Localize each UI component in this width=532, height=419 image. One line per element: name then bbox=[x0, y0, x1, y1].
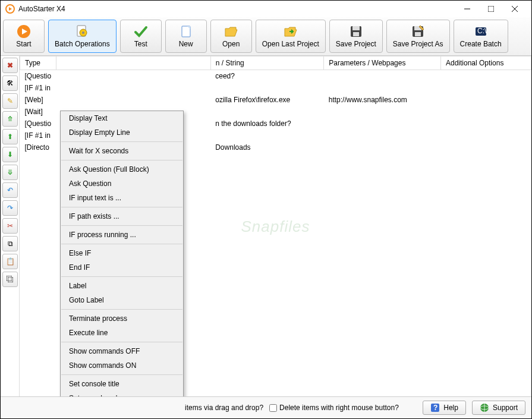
menu-item[interactable]: Else IF bbox=[61, 246, 183, 260]
toolbar-label: Open Last Project bbox=[262, 40, 319, 48]
table-cell bbox=[440, 106, 531, 118]
scissors-icon: ✂ bbox=[7, 222, 13, 230]
table-cell bbox=[440, 70, 531, 82]
menu-item[interactable]: Terminate process bbox=[61, 311, 183, 326]
undo-icon: ↶ bbox=[7, 186, 13, 194]
menu-item[interactable]: IF process running ... bbox=[61, 228, 183, 242]
table-cell: ozilla Firefox\firefox.exe bbox=[210, 94, 324, 106]
svg-rect-3 bbox=[488, 6, 494, 12]
table-row[interactable]: [IF #1 in bbox=[20, 82, 531, 94]
menu-separator bbox=[61, 276, 182, 277]
toolbar-label: Batch Operations bbox=[55, 40, 110, 48]
cut-button[interactable]: ✂ bbox=[2, 218, 18, 234]
toolbar-label: Start bbox=[16, 40, 31, 48]
duplicate-icon: ⿻ bbox=[7, 275, 14, 283]
paste-button[interactable]: 📋 bbox=[2, 254, 18, 269]
menu-item[interactable]: Wait for X seconds bbox=[61, 144, 183, 158]
gear-document-icon bbox=[75, 24, 89, 39]
table-cell bbox=[440, 130, 531, 141]
redo-button[interactable]: ↷ bbox=[2, 200, 18, 216]
close-button[interactable] bbox=[503, 2, 527, 16]
menu-item[interactable]: Set console title bbox=[61, 377, 183, 391]
table-cell bbox=[440, 118, 531, 130]
move-top-button[interactable]: ⤊ bbox=[2, 111, 18, 127]
table-cell: [IF #1 in bbox=[20, 82, 56, 94]
table-cell bbox=[324, 70, 441, 82]
double-arrow-down-icon: ⤋ bbox=[7, 168, 13, 177]
menu-separator bbox=[61, 374, 182, 375]
table-cell bbox=[324, 106, 441, 118]
maximize-button[interactable] bbox=[479, 2, 503, 16]
copy-button[interactable]: ⧉ bbox=[2, 236, 18, 251]
menu-separator bbox=[61, 207, 182, 207]
menu-separator bbox=[61, 244, 182, 244]
move-up-button[interactable]: ⬆ bbox=[2, 129, 18, 144]
button-label: Help bbox=[443, 404, 458, 412]
support-button[interactable]: Support bbox=[472, 401, 525, 415]
edit-button[interactable]: ✎ bbox=[2, 93, 18, 109]
move-bottom-button[interactable]: ⤋ bbox=[2, 165, 18, 180]
delete-rmb-checkbox[interactable] bbox=[269, 404, 277, 412]
menu-item[interactable]: Display Empty Line bbox=[61, 125, 183, 140]
table-cell: http://www.snapfiles.com bbox=[324, 94, 441, 106]
menu-item[interactable]: Show commands ON bbox=[61, 358, 183, 373]
table-cell bbox=[324, 82, 441, 94]
menu-separator bbox=[61, 225, 182, 226]
batch-operations-menu: Display TextDisplay Empty LineWait for X… bbox=[60, 111, 184, 396]
batch-operations-button[interactable]: Batch Operations bbox=[48, 20, 117, 53]
menu-item[interactable]: Show commands OFF bbox=[61, 344, 183, 358]
toolbar-label: Test bbox=[134, 40, 147, 48]
option-label: Delete items with right mouse button? bbox=[279, 404, 399, 412]
open-button[interactable]: Open bbox=[210, 20, 252, 53]
menu-item[interactable]: Display Text bbox=[61, 111, 183, 125]
col-params[interactable]: Parameters / Webpages bbox=[324, 56, 441, 70]
tool-button[interactable]: 🛠 bbox=[2, 75, 18, 91]
table-row[interactable]: [Questioceed? bbox=[20, 70, 531, 82]
arrow-down-icon: ⬇ bbox=[7, 150, 13, 159]
table-cell bbox=[440, 94, 531, 106]
move-down-button[interactable]: ⬇ bbox=[2, 147, 18, 162]
menu-item[interactable]: Ask Question (Full Block) bbox=[61, 162, 183, 177]
delete-rmb-option[interactable]: Delete items with right mouse button? bbox=[269, 404, 399, 412]
menu-item[interactable]: End IF bbox=[61, 260, 183, 275]
copy-icon: ⧉ bbox=[8, 240, 13, 248]
save-project-button[interactable]: Save Project bbox=[329, 20, 383, 53]
col-string[interactable]: n / String bbox=[210, 56, 324, 70]
table-cell: [IF #1 in bbox=[20, 130, 56, 141]
menu-item[interactable]: Ask Question bbox=[61, 177, 183, 191]
move-drag-option[interactable]: items via drag and drop? bbox=[185, 404, 263, 412]
toolbar-label: New bbox=[179, 40, 193, 48]
test-button[interactable]: Test bbox=[120, 20, 162, 53]
menu-item[interactable]: IF input text is ... bbox=[61, 191, 183, 205]
open-last-project-button[interactable]: Open Last Project bbox=[256, 20, 326, 53]
menu-item[interactable]: Label bbox=[61, 279, 183, 293]
create-batch-button[interactable]: C:\ Create Batch bbox=[454, 20, 508, 53]
minimize-button[interactable] bbox=[455, 2, 479, 16]
undo-button[interactable]: ↶ bbox=[2, 182, 18, 198]
table-cell bbox=[440, 82, 531, 94]
red-x-icon: ✖ bbox=[7, 61, 13, 70]
watermark: Snapfiles bbox=[241, 217, 310, 235]
col-type[interactable]: Type bbox=[20, 56, 56, 70]
terminal-icon: C:\ bbox=[474, 24, 488, 39]
menu-item[interactable]: IF path exists ... bbox=[61, 209, 183, 223]
delete-button[interactable]: ✖ bbox=[2, 58, 18, 73]
table-cell bbox=[210, 82, 324, 94]
start-button[interactable]: Start bbox=[3, 20, 45, 53]
col-options[interactable]: Additional Options bbox=[440, 56, 531, 70]
toolbar-label: Save Project bbox=[336, 40, 376, 48]
button-label: Support bbox=[493, 404, 518, 412]
menu-item[interactable]: Set console colors bbox=[61, 391, 183, 396]
hammer-wrench-icon: 🛠 bbox=[7, 79, 14, 87]
new-button[interactable]: New bbox=[165, 20, 207, 53]
table-row[interactable]: [Web]ozilla Firefox\firefox.exehttp://ww… bbox=[20, 94, 531, 106]
duplicate-button[interactable]: ⿻ bbox=[2, 272, 18, 287]
save-project-as-button[interactable]: Save Project As bbox=[386, 20, 450, 53]
toolbar-label: Open bbox=[222, 40, 240, 48]
table-cell: [Questio bbox=[20, 118, 56, 130]
main-toolbar: Start Batch Operations Test New Open Ope… bbox=[1, 17, 531, 56]
menu-item[interactable]: Goto Label bbox=[61, 293, 183, 307]
table-cell: [Directo bbox=[20, 141, 56, 153]
menu-item[interactable]: Execute line bbox=[61, 326, 183, 340]
help-button[interactable]: ? Help bbox=[423, 401, 466, 415]
